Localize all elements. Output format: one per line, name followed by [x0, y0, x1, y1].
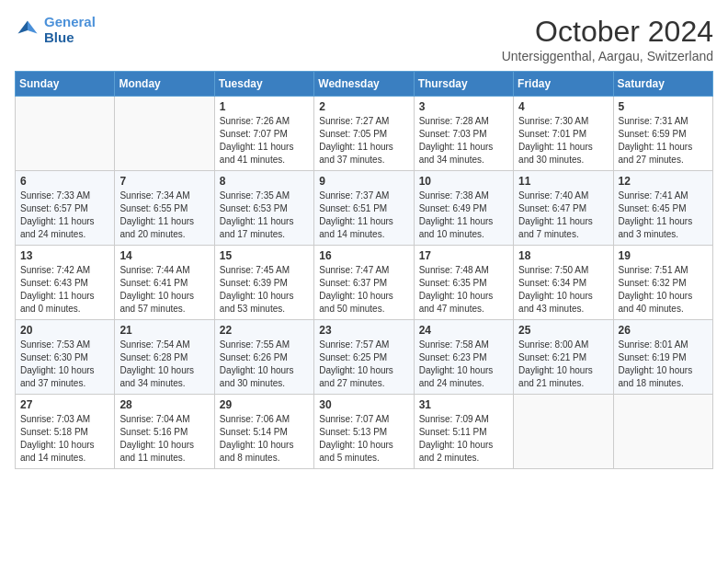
day-detail: Sunrise: 7:42 AM Sunset: 6:43 PM Dayligh… — [20, 264, 109, 316]
day-detail: Sunrise: 7:35 AM Sunset: 6:53 PM Dayligh… — [220, 190, 309, 241]
logo-text: General Blue — [44, 15, 96, 45]
calendar-cell: 15Sunrise: 7:45 AM Sunset: 6:39 PM Dayli… — [214, 246, 313, 320]
day-detail: Sunrise: 7:45 AM Sunset: 6:39 PM Dayligh… — [220, 264, 309, 316]
day-detail: Sunrise: 7:58 AM Sunset: 6:23 PM Dayligh… — [419, 339, 508, 390]
calendar-week-2: 6Sunrise: 7:33 AM Sunset: 6:57 PM Daylig… — [16, 171, 713, 246]
day-number: 12 — [619, 175, 708, 188]
calendar-cell: 28Sunrise: 7:04 AM Sunset: 5:16 PM Dayli… — [115, 395, 214, 469]
day-number: 8 — [220, 175, 309, 188]
day-number: 19 — [619, 249, 708, 262]
calendar-week-3: 13Sunrise: 7:42 AM Sunset: 6:43 PM Dayli… — [16, 246, 713, 320]
weekday-header-thursday: Thursday — [414, 72, 513, 97]
day-detail: Sunrise: 7:30 AM Sunset: 7:01 PM Dayligh… — [518, 115, 608, 167]
weekday-header-row: SundayMondayTuesdayWednesdayThursdayFrid… — [16, 72, 713, 97]
day-detail: Sunrise: 7:09 AM Sunset: 5:11 PM Dayligh… — [419, 413, 508, 465]
calendar-cell: 24Sunrise: 7:58 AM Sunset: 6:23 PM Dayli… — [414, 320, 513, 395]
calendar-cell: 6Sunrise: 7:33 AM Sunset: 6:57 PM Daylig… — [16, 171, 115, 246]
day-number: 7 — [119, 175, 209, 188]
day-number: 1 — [220, 100, 309, 113]
day-detail: Sunrise: 8:01 AM Sunset: 6:19 PM Dayligh… — [619, 339, 708, 390]
day-detail: Sunrise: 7:48 AM Sunset: 6:35 PM Dayligh… — [419, 264, 508, 316]
calendar-cell: 22Sunrise: 7:55 AM Sunset: 6:26 PM Dayli… — [214, 320, 313, 395]
day-detail: Sunrise: 7:54 AM Sunset: 6:28 PM Dayligh… — [119, 339, 209, 390]
day-number: 2 — [319, 100, 408, 113]
day-number: 29 — [220, 398, 309, 411]
day-number: 14 — [119, 249, 209, 262]
calendar-cell: 17Sunrise: 7:48 AM Sunset: 6:35 PM Dayli… — [414, 246, 513, 320]
day-number: 24 — [419, 324, 508, 337]
weekday-header-sunday: Sunday — [16, 72, 115, 97]
title-block: October 2024 Untersiggenthal, Aargau, Sw… — [502, 15, 713, 63]
day-detail: Sunrise: 7:44 AM Sunset: 6:41 PM Dayligh… — [119, 264, 209, 316]
day-number: 16 — [319, 249, 408, 262]
logo-icon — [15, 17, 40, 43]
calendar-cell: 14Sunrise: 7:44 AM Sunset: 6:41 PM Dayli… — [115, 246, 214, 320]
day-detail: Sunrise: 7:51 AM Sunset: 6:32 PM Dayligh… — [619, 264, 708, 316]
calendar-cell: 18Sunrise: 7:50 AM Sunset: 6:34 PM Dayli… — [514, 246, 613, 320]
calendar-week-5: 27Sunrise: 7:03 AM Sunset: 5:18 PM Dayli… — [16, 395, 713, 469]
day-detail: Sunrise: 7:03 AM Sunset: 5:18 PM Dayligh… — [20, 413, 109, 465]
day-number: 28 — [119, 398, 209, 411]
calendar-cell: 20Sunrise: 7:53 AM Sunset: 6:30 PM Dayli… — [16, 320, 115, 395]
day-number: 22 — [220, 324, 309, 337]
weekday-header-tuesday: Tuesday — [214, 72, 313, 97]
month-title: October 2024 — [502, 15, 713, 49]
day-detail: Sunrise: 7:50 AM Sunset: 6:34 PM Dayligh… — [518, 264, 608, 316]
day-number: 30 — [319, 398, 408, 411]
day-number: 6 — [20, 175, 109, 188]
day-detail: Sunrise: 7:33 AM Sunset: 6:57 PM Dayligh… — [20, 190, 109, 241]
day-detail: Sunrise: 7:57 AM Sunset: 6:25 PM Dayligh… — [319, 339, 408, 390]
day-number: 11 — [518, 175, 608, 188]
day-number: 5 — [619, 100, 708, 113]
calendar-cell: 10Sunrise: 7:38 AM Sunset: 6:49 PM Dayli… — [414, 171, 513, 246]
logo: General Blue — [15, 15, 96, 45]
calendar-cell: 1Sunrise: 7:26 AM Sunset: 7:07 PM Daylig… — [214, 97, 313, 171]
calendar-cell: 31Sunrise: 7:09 AM Sunset: 5:11 PM Dayli… — [414, 395, 513, 469]
calendar-cell: 8Sunrise: 7:35 AM Sunset: 6:53 PM Daylig… — [214, 171, 313, 246]
calendar-cell — [613, 395, 712, 469]
day-detail: Sunrise: 7:38 AM Sunset: 6:49 PM Dayligh… — [419, 190, 508, 241]
day-detail: Sunrise: 7:07 AM Sunset: 5:13 PM Dayligh… — [319, 413, 408, 465]
day-number: 26 — [619, 324, 708, 337]
calendar-cell: 25Sunrise: 8:00 AM Sunset: 6:21 PM Dayli… — [514, 320, 613, 395]
day-detail: Sunrise: 7:40 AM Sunset: 6:47 PM Dayligh… — [518, 190, 608, 241]
day-detail: Sunrise: 7:53 AM Sunset: 6:30 PM Dayligh… — [20, 339, 109, 390]
calendar-cell: 27Sunrise: 7:03 AM Sunset: 5:18 PM Dayli… — [16, 395, 115, 469]
calendar-cell: 3Sunrise: 7:28 AM Sunset: 7:03 PM Daylig… — [414, 97, 513, 171]
calendar-cell: 16Sunrise: 7:47 AM Sunset: 6:37 PM Dayli… — [314, 246, 414, 320]
calendar-cell: 19Sunrise: 7:51 AM Sunset: 6:32 PM Dayli… — [613, 246, 712, 320]
weekday-header-wednesday: Wednesday — [314, 72, 414, 97]
calendar-cell: 2Sunrise: 7:27 AM Sunset: 7:05 PM Daylig… — [314, 97, 414, 171]
weekday-header-friday: Friday — [514, 72, 613, 97]
day-number: 31 — [419, 398, 508, 411]
calendar-cell — [514, 395, 613, 469]
day-detail: Sunrise: 7:26 AM Sunset: 7:07 PM Dayligh… — [220, 115, 309, 167]
day-detail: Sunrise: 7:34 AM Sunset: 6:55 PM Dayligh… — [119, 190, 209, 241]
day-detail: Sunrise: 7:27 AM Sunset: 7:05 PM Dayligh… — [319, 115, 408, 167]
calendar-cell: 5Sunrise: 7:31 AM Sunset: 6:59 PM Daylig… — [613, 97, 712, 171]
calendar-cell: 13Sunrise: 7:42 AM Sunset: 6:43 PM Dayli… — [16, 246, 115, 320]
day-detail: Sunrise: 7:28 AM Sunset: 7:03 PM Dayligh… — [419, 115, 508, 167]
day-number: 25 — [518, 324, 608, 337]
weekday-header-monday: Monday — [115, 72, 214, 97]
calendar-cell: 11Sunrise: 7:40 AM Sunset: 6:47 PM Dayli… — [514, 171, 613, 246]
calendar-cell: 4Sunrise: 7:30 AM Sunset: 7:01 PM Daylig… — [514, 97, 613, 171]
day-detail: Sunrise: 7:31 AM Sunset: 6:59 PM Dayligh… — [619, 115, 708, 167]
day-number: 15 — [220, 249, 309, 262]
day-detail: Sunrise: 7:06 AM Sunset: 5:14 PM Dayligh… — [220, 413, 309, 465]
day-number: 9 — [319, 175, 408, 188]
calendar-cell: 7Sunrise: 7:34 AM Sunset: 6:55 PM Daylig… — [115, 171, 214, 246]
calendar-cell: 29Sunrise: 7:06 AM Sunset: 5:14 PM Dayli… — [214, 395, 313, 469]
day-detail: Sunrise: 7:55 AM Sunset: 6:26 PM Dayligh… — [220, 339, 309, 390]
calendar-cell — [16, 97, 115, 171]
calendar-cell: 23Sunrise: 7:57 AM Sunset: 6:25 PM Dayli… — [314, 320, 414, 395]
day-detail: Sunrise: 7:47 AM Sunset: 6:37 PM Dayligh… — [319, 264, 408, 316]
day-number: 17 — [419, 249, 508, 262]
day-detail: Sunrise: 7:04 AM Sunset: 5:16 PM Dayligh… — [119, 413, 209, 465]
calendar-cell: 12Sunrise: 7:41 AM Sunset: 6:45 PM Dayli… — [613, 171, 712, 246]
calendar-cell: 26Sunrise: 8:01 AM Sunset: 6:19 PM Dayli… — [613, 320, 712, 395]
day-number: 21 — [119, 324, 209, 337]
day-number: 10 — [419, 175, 508, 188]
day-number: 27 — [20, 398, 109, 411]
weekday-header-saturday: Saturday — [613, 72, 712, 97]
